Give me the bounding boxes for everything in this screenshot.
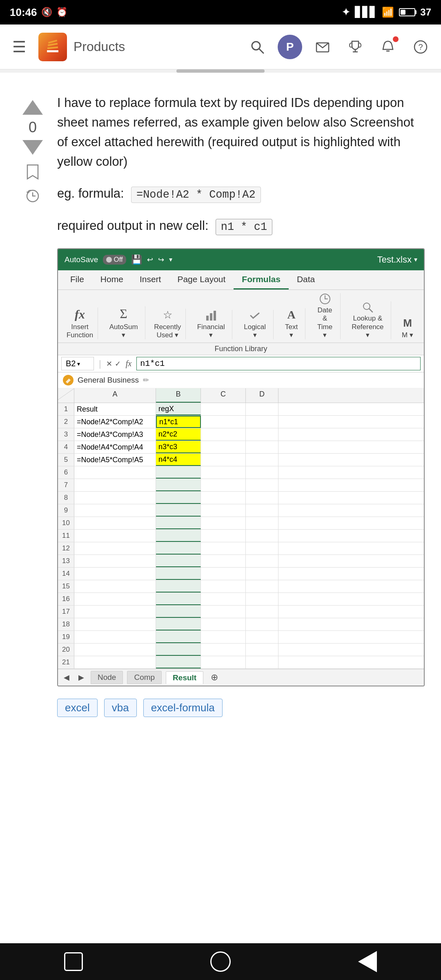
edit-icon[interactable]: ✏ <box>143 376 149 385</box>
cell-b11[interactable] <box>156 530 201 542</box>
cell-d15[interactable] <box>246 580 278 592</box>
tag-excel-formula[interactable]: excel-formula <box>143 699 223 717</box>
cell-c14[interactable] <box>201 568 246 580</box>
sheet-tab-comp[interactable]: Comp <box>127 671 162 684</box>
notifications-button[interactable] <box>376 35 400 59</box>
col-header-d[interactable]: D <box>246 388 278 403</box>
tag-vba[interactable]: vba <box>104 699 137 717</box>
cell-c17[interactable] <box>201 606 246 618</box>
cell-c18[interactable] <box>201 618 246 630</box>
confirm-formula-btn[interactable]: ✓ <box>115 359 121 368</box>
cell-b18[interactable] <box>156 618 201 630</box>
cell-a14[interactable] <box>74 568 156 580</box>
help-button[interactable]: ? <box>408 35 433 59</box>
sheet-prev-btn[interactable]: ◀ <box>61 672 72 683</box>
cell-c16[interactable] <box>201 593 246 605</box>
cell-a9[interactable] <box>74 504 156 517</box>
cell-b12[interactable] <box>156 542 201 555</box>
search-button[interactable] <box>245 35 270 59</box>
cell-reference-box[interactable]: B2 ▾ <box>61 357 94 370</box>
cell-a16[interactable] <box>74 593 156 605</box>
cell-b13[interactable] <box>156 555 201 567</box>
cell-d2[interactable] <box>246 416 278 428</box>
cell-c15[interactable] <box>201 580 246 592</box>
cell-b8[interactable] <box>156 492 201 504</box>
tab-home[interactable]: Home <box>92 270 131 290</box>
cell-d4[interactable] <box>246 441 278 453</box>
cell-d20[interactable] <box>246 644 278 656</box>
tag-excel[interactable]: excel <box>57 699 98 717</box>
cell-a20[interactable] <box>74 644 156 656</box>
cell-b21[interactable] <box>156 656 201 668</box>
cell-a15[interactable] <box>74 580 156 592</box>
cell-b9[interactable] <box>156 504 201 517</box>
datetime-icon[interactable] <box>319 293 331 305</box>
cell-c21[interactable] <box>201 656 246 668</box>
cell-d11[interactable] <box>246 530 278 542</box>
history-button[interactable] <box>26 189 40 206</box>
cell-d10[interactable] <box>246 517 278 529</box>
nav-back-button[interactable] <box>353 947 382 976</box>
inbox-button[interactable] <box>310 35 335 59</box>
cell-d6[interactable] <box>246 466 278 479</box>
cell-d7[interactable] <box>246 479 278 491</box>
cell-c1[interactable] <box>201 403 246 415</box>
tab-formulas[interactable]: Formulas <box>234 270 289 290</box>
cell-d13[interactable] <box>246 555 278 567</box>
cell-a2[interactable]: =Node!A2*Comp!A2 <box>74 416 156 428</box>
downvote-button[interactable] <box>20 137 45 158</box>
tab-file[interactable]: File <box>62 270 92 290</box>
cell-b15[interactable] <box>156 580 201 592</box>
cell-c2[interactable] <box>201 416 246 428</box>
cell-b3[interactable]: n2*c2 <box>156 428 201 441</box>
tab-insert[interactable]: Insert <box>131 270 169 290</box>
cell-a5[interactable]: =Node!A5*Comp!A5 <box>74 454 156 466</box>
financial-icon[interactable] <box>205 310 217 321</box>
cell-b4[interactable]: n3*c3 <box>156 441 201 453</box>
cell-a17[interactable] <box>74 606 156 618</box>
sheet-tab-result[interactable]: Result <box>166 671 203 684</box>
cell-d1[interactable] <box>246 403 278 415</box>
cell-c19[interactable] <box>201 631 246 643</box>
cell-d9[interactable] <box>246 504 278 517</box>
cell-b5[interactable]: n4*c4 <box>156 454 201 466</box>
trophy-button[interactable] <box>343 35 368 59</box>
col-header-b[interactable]: B <box>156 388 201 403</box>
cell-b10[interactable] <box>156 517 201 529</box>
cell-c7[interactable] <box>201 479 246 491</box>
lookup-icon[interactable] <box>362 301 373 313</box>
cell-c8[interactable] <box>201 492 246 504</box>
hamburger-menu[interactable]: ☰ <box>8 34 30 60</box>
cell-d14[interactable] <box>246 568 278 580</box>
cell-d16[interactable] <box>246 593 278 605</box>
add-sheet-button[interactable]: ⊕ <box>207 671 221 684</box>
cell-b19[interactable] <box>156 631 201 643</box>
more-icon[interactable]: M <box>403 317 412 330</box>
cell-d8[interactable] <box>246 492 278 504</box>
cell-a10[interactable] <box>74 517 156 529</box>
cell-d5[interactable] <box>246 454 278 466</box>
cell-a12[interactable] <box>74 542 156 555</box>
cancel-formula-btn[interactable]: ✕ <box>106 359 112 368</box>
recently-used-icon[interactable]: ☆ <box>163 309 172 321</box>
cell-b7[interactable] <box>156 479 201 491</box>
cell-b6[interactable] <box>156 466 201 479</box>
cell-d21[interactable] <box>246 656 278 668</box>
cell-a19[interactable] <box>74 631 156 643</box>
cell-d18[interactable] <box>246 618 278 630</box>
cell-a6[interactable] <box>74 466 156 479</box>
sheet-tab-node[interactable]: Node <box>91 671 123 684</box>
cell-c5[interactable] <box>201 454 246 466</box>
cell-b20[interactable] <box>156 644 201 656</box>
cell-a4[interactable]: =Node!A4*Comp!A4 <box>74 441 156 453</box>
cell-b2[interactable]: n1*c1 <box>156 416 201 428</box>
cell-a8[interactable] <box>74 492 156 504</box>
formula-input[interactable]: n1*c1 <box>136 357 421 370</box>
cell-c6[interactable] <box>201 466 246 479</box>
cell-a1[interactable]: Result <box>74 403 156 415</box>
cell-b17[interactable] <box>156 606 201 618</box>
cell-a13[interactable] <box>74 555 156 567</box>
cell-c13[interactable] <box>201 555 246 567</box>
autosum-icon[interactable]: Σ <box>120 306 127 321</box>
sheet-next-btn[interactable]: ▶ <box>76 672 87 683</box>
